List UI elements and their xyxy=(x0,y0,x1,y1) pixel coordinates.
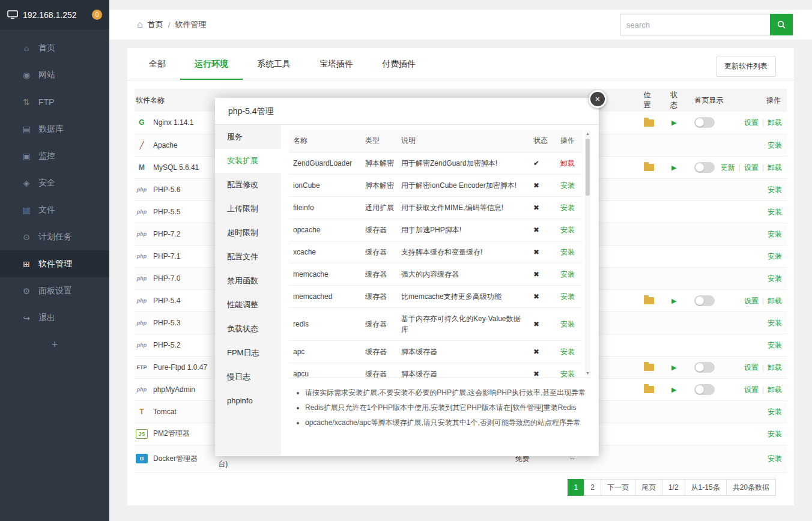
install-link[interactable]: 安装 xyxy=(560,181,575,190)
sidebar-item-software[interactable]: ⊞软件管理 xyxy=(0,250,109,277)
sidebar-item-security[interactable]: ◈安全 xyxy=(0,169,109,196)
home-display-toggle[interactable] xyxy=(694,384,715,395)
action-settings[interactable]: 设置 xyxy=(744,385,759,393)
install-link[interactable]: 安装 xyxy=(560,370,575,378)
action-update[interactable]: 更新 xyxy=(721,163,735,171)
software-title: PM2管理器 xyxy=(153,429,190,439)
tab-bt-plugins[interactable]: 宝塔插件 xyxy=(305,48,368,80)
ext-desc: 用于解密ionCube Encoder加密脚本! xyxy=(398,175,530,197)
sidebar-item-files[interactable]: ▥文件 xyxy=(0,196,109,223)
pureftpd-icon: FTP xyxy=(136,363,148,372)
page-item-尾页[interactable]: 尾页 xyxy=(635,479,662,496)
tab-runtime[interactable]: 运行环境 xyxy=(180,48,243,80)
open-folder-icon[interactable] xyxy=(644,164,654,171)
search-input[interactable] xyxy=(620,14,770,35)
action-install[interactable]: 安装 xyxy=(768,229,782,238)
modal-nav-config-file[interactable]: 配置文件 xyxy=(215,245,281,269)
sidebar-item-home[interactable]: ⌂首页 xyxy=(0,34,109,61)
server-icon xyxy=(7,10,18,19)
close-icon[interactable]: × xyxy=(589,90,607,108)
install-link[interactable]: 安装 xyxy=(560,248,575,256)
action-install[interactable]: 安装 xyxy=(768,407,782,415)
running-status-icon[interactable]: ▶ xyxy=(671,119,676,126)
modal-nav-slow-log[interactable]: 慢日志 xyxy=(215,365,281,389)
install-link[interactable]: 安装 xyxy=(560,226,575,234)
install-link[interactable]: 安装 xyxy=(560,203,575,212)
sidebar-item-ftp[interactable]: ⇅FTP xyxy=(0,88,109,115)
extension-row: ZendGuardLoader脚本解密用于解密ZendGuard加密脚本!✔卸载 xyxy=(289,152,583,175)
tab-system-tools[interactable]: 系统工具 xyxy=(243,48,305,80)
open-folder-icon[interactable] xyxy=(644,386,654,393)
tab-all[interactable]: 全部 xyxy=(135,48,180,80)
action-uninstall[interactable]: 卸载 xyxy=(768,363,782,371)
action-uninstall[interactable]: 卸载 xyxy=(768,385,782,393)
open-folder-icon[interactable] xyxy=(644,297,654,304)
action-install[interactable]: 安装 xyxy=(768,318,782,327)
action-uninstall[interactable]: 卸载 xyxy=(768,118,782,127)
action-settings[interactable]: 设置 xyxy=(744,118,759,127)
open-folder-icon[interactable] xyxy=(644,119,654,127)
modal-nav-config-modify[interactable]: 配置修改 xyxy=(215,173,281,197)
modal-nav-install-ext[interactable]: 安装扩展 xyxy=(215,149,281,173)
search-button[interactable] xyxy=(770,14,793,35)
message-count-badge[interactable]: 0 xyxy=(92,10,102,20)
action-settings[interactable]: 设置 xyxy=(744,296,759,304)
sidebar-item-database[interactable]: ▤数据库 xyxy=(0,115,109,142)
action-uninstall[interactable]: 卸载 xyxy=(768,296,782,304)
action-settings[interactable]: 设置 xyxy=(744,363,759,371)
toggle-knob xyxy=(695,297,704,305)
action-install[interactable]: 安装 xyxy=(768,207,782,215)
uninstall-link[interactable]: 卸载 xyxy=(560,159,575,167)
scroll-up-icon[interactable]: ▲ xyxy=(585,131,590,137)
modal-nav-disabled-functions[interactable]: 禁用函数 xyxy=(215,269,281,293)
modal-nav-service[interactable]: 服务 xyxy=(215,125,281,149)
page-item-下一页[interactable]: 下一页 xyxy=(601,479,635,496)
action-uninstall[interactable]: 卸载 xyxy=(768,163,782,171)
page-item-2[interactable]: 2 xyxy=(584,479,601,496)
breadcrumb-home-link[interactable]: 首页 xyxy=(148,19,163,30)
modal-nav-fpm-log[interactable]: FPM日志 xyxy=(215,341,281,365)
home-display-toggle[interactable] xyxy=(694,362,715,373)
modal-nav-timeout-limit[interactable]: 超时限制 xyxy=(215,221,281,245)
scroll-down-icon[interactable]: ▼ xyxy=(585,370,590,376)
tab-paid-plugins[interactable]: 付费插件 xyxy=(368,48,430,80)
action-install[interactable]: 安装 xyxy=(768,140,782,149)
running-status-icon[interactable]: ▶ xyxy=(671,364,676,371)
sidebar-item-monitor[interactable]: ▣监控 xyxy=(0,142,109,169)
modal-nav-upload-limit[interactable]: 上传限制 xyxy=(215,197,281,221)
action-install[interactable]: 安装 xyxy=(768,274,782,282)
scrollbar-thumb[interactable] xyxy=(586,139,590,196)
sidebar-item-cron[interactable]: ⊙计划任务 xyxy=(0,223,109,250)
install-link[interactable]: 安装 xyxy=(560,348,575,356)
home-display-toggle[interactable] xyxy=(694,117,715,128)
home-display-toggle[interactable] xyxy=(694,295,715,306)
action-install[interactable]: 安装 xyxy=(768,251,782,260)
running-status-icon[interactable]: ▶ xyxy=(671,386,676,393)
modal-body: 服务安装扩展配置修改上传限制超时限制配置文件禁用函数性能调整负载状态FPM日志慢… xyxy=(215,125,599,456)
note-item: Redis扩展只允许在1个PHP版本中使用,安装到其它PHP版本请在[软件管理]… xyxy=(305,400,588,415)
page-item-1[interactable]: 1 xyxy=(568,479,585,496)
install-link[interactable]: 安装 xyxy=(560,320,575,328)
install-link[interactable]: 安装 xyxy=(560,270,575,279)
action-install[interactable]: 安装 xyxy=(768,429,782,438)
update-software-list-button[interactable]: 更新软件列表 xyxy=(716,56,776,77)
page-item-从1-15条: 从1-15条 xyxy=(685,479,727,496)
modal-nav-phpinfo[interactable]: phpinfo xyxy=(215,389,281,413)
running-status-icon[interactable]: ▶ xyxy=(671,164,676,171)
open-folder-icon[interactable] xyxy=(644,364,654,371)
software-name: FTPPure-Ftpd 1.0.47 xyxy=(136,363,216,372)
modal-nav-load-status[interactable]: 负载状态 xyxy=(215,317,281,341)
sidebar-item-settings[interactable]: ⚙面板设置 xyxy=(0,277,109,304)
action-install[interactable]: 安装 xyxy=(768,340,782,349)
sidebar-item-logout[interactable]: ↪退出 xyxy=(0,304,109,331)
action-install[interactable]: 安装 xyxy=(768,185,782,193)
install-link[interactable]: 安装 xyxy=(560,292,575,301)
modal-nav-performance[interactable]: 性能调整 xyxy=(215,293,281,317)
action-settings[interactable]: 设置 xyxy=(744,163,759,171)
running-status-icon[interactable]: ▶ xyxy=(671,297,676,304)
add-menu-button[interactable]: + xyxy=(0,331,109,358)
scrollbar[interactable]: ▲ ▼ xyxy=(585,131,590,376)
action-install[interactable]: 安装 xyxy=(768,454,782,463)
sidebar-item-sites[interactable]: ◉网站 xyxy=(0,61,109,88)
home-display-toggle[interactable] xyxy=(694,162,715,173)
